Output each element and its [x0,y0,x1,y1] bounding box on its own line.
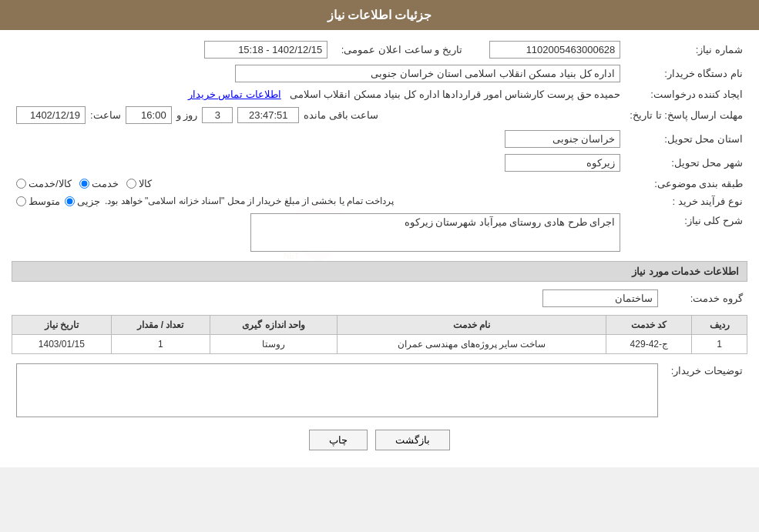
chap-button[interactable]: چاپ [309,430,368,450]
radio-khedmat-label: خدمت [92,178,119,189]
ostan-tahvil-input: خراسان جنوبی [505,130,620,148]
noeFarayand-label: نوع فرآیند خرید : [625,192,747,210]
sharh-niaz-input: اجرای طرح هادی روستای میرآباد شهرستان زی… [250,213,620,252]
noe-farayand-description: پرداخت تمام یا بخشی از مبلغ خریدار از مح… [105,196,394,206]
radio-khedmat[interactable]: خدمت [79,178,119,189]
radio-kala-khedmat[interactable]: کالا/خدمت [16,178,72,189]
mohlat-label: مهلت ارسال پاسخ: تا تاریخ: [625,103,747,127]
mohlat-roz-value: 3 [202,107,233,123]
button-row: بازگشت چاپ [12,420,747,460]
cell-nam_khedmat: ساخت سایر پروژه‌های مهندسی عمران [337,335,606,354]
radio-kala-input[interactable] [126,179,136,189]
cell-tarikh_niaz: 1403/01/15 [12,335,112,354]
mohlat-roz-label: روز و [176,109,198,121]
ostan-tahvil-label: استان محل تحویل: [625,127,747,151]
ijadKonande-value: حمیده حق پرست کارشناس امور قراردادها ادا… [290,89,621,100]
shomareNiaz-input: 1102005463000628 [489,41,620,59]
radio-jozvi-label: جزیی [77,196,100,207]
col-vahed: واحد اندازه گیری [210,316,338,335]
col-radif: ردیف [692,316,747,335]
tozihat-input [16,363,658,417]
radio-khedmat-input[interactable] [79,179,89,189]
tarikh-ailan-input: 1402/12/15 - 15:18 [204,41,327,59]
shomareNiaz-label: شماره نیاز: [625,38,747,62]
mohlat-date-input: 1402/12/19 [16,106,86,124]
col-kod-khedmat: کد خدمت [606,316,692,335]
radio-kala-khedmat-input[interactable] [16,179,26,189]
namDastgah-label: نام دستگاه خریدار: [625,62,747,85]
radio-kala[interactable]: کالا [126,178,152,189]
bazgasht-button[interactable]: بازگشت [375,430,450,450]
ijadKonande-label: ایجاد کننده درخواست: [625,85,747,103]
col-nam-khedmat: نام خدمت [337,316,606,335]
radio-mota-input[interactable] [16,196,26,206]
info-table: شماره نیاز: 1102005463000628 تاریخ و ساع… [12,38,747,255]
tozihat-table: توضیحات خریدار: [12,360,747,420]
gorohe-khedmat-input: ساختمان [542,289,658,307]
gorohe-khedmat-label: گروه خدمت: [663,286,747,310]
tozihat-label: توضیحات خریدار: [663,360,747,420]
mohlat-countdown: 23:47:51 [237,107,299,123]
radio-jozvi[interactable]: جزیی [65,196,100,207]
col-tarikh-niaz: تاریخ نیاز [12,316,112,335]
svg-text:ender.NET: ender.NET [284,252,299,260]
tarikh-ailan-value: 1402/12/15 - 15:18 [12,38,332,62]
table-row: 1ج-42-429ساخت سایر پروژه‌های مهندسی عمرا… [12,335,747,354]
namDastgah-input: اداره کل بنیاد مسکن انقلاب اسلامی استان … [235,65,620,82]
cell-radif: 1 [692,335,747,354]
radio-kala-label: کالا [139,178,152,189]
mohlat-time-input: 16:00 [126,106,172,124]
shahr-tahvil-label: شهر محل تحویل: [625,151,747,175]
tarikh-ailan-label: تاریخ و ساعت اعلان عمومی: [332,38,471,62]
sharh-niaz-label: شرح کلی نیاز: [625,210,747,255]
cell-tedad_miqdar: 1 [111,335,210,354]
col-tedad: تعداد / مقدار [111,316,210,335]
radio-mota-label: متوسط [29,196,60,207]
shomareNiaz-value: 1102005463000628 [471,38,625,62]
ijadKonande-link[interactable]: اطلاعات تماس خریدار [188,89,281,100]
radio-mota[interactable]: متوسط [16,196,60,207]
radio-kala-khedmat-label: کالا/خدمت [29,178,72,189]
tabaqebandi-label: طبقه بندی موضوعی: [625,175,747,192]
shahr-tahvil-input: زیرکوه [505,154,620,172]
page-header: جزئیات اطلاعات نیاز [0,0,759,30]
services-table: ردیف کد خدمت نام خدمت واحد اندازه گیری ت… [12,315,747,354]
services-section-title: اطلاعات خدمات مورد نیاز [12,261,747,282]
gorohe-khedmat-table: گروه خدمت: ساختمان [12,286,747,310]
radio-jozvi-input[interactable] [65,196,75,206]
mohlat-remaining-label: ساعت باقی مانده [304,109,378,121]
cell-kod_khedmat: ج-42-429 [606,335,692,354]
cell-vahed_andazegiri: روستا [210,335,338,354]
mohlat-time-label: ساعت: [90,109,121,121]
